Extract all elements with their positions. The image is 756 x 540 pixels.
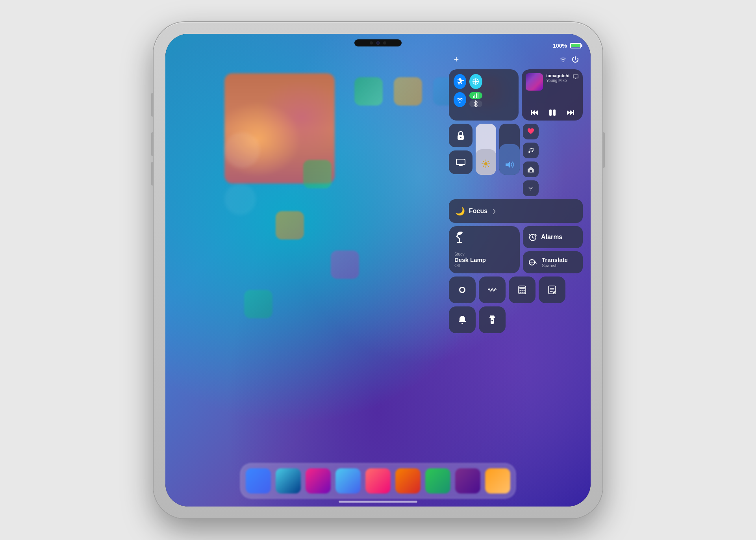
app-icon-8[interactable]	[276, 211, 304, 239]
airplane-mode-button[interactable]	[454, 74, 466, 89]
prev-track-button[interactable]	[531, 109, 539, 116]
focus-moon-icon: 🌙	[455, 206, 465, 216]
album-art	[526, 73, 543, 91]
svg-point-19	[484, 162, 487, 165]
svg-rect-12	[553, 109, 556, 116]
dock-icon-2[interactable]	[276, 468, 301, 494]
svg-rect-6	[476, 93, 477, 98]
dock-icon-8[interactable]	[455, 468, 480, 494]
desk-lamp-status: Off	[454, 263, 514, 268]
svg-point-45	[524, 290, 525, 291]
translate-button[interactable]: Translate Spanish	[523, 251, 583, 273]
airplay-button[interactable]	[573, 73, 579, 81]
dock-icon-7[interactable]	[425, 468, 450, 494]
translate-text: Translate Spanish	[542, 256, 568, 268]
song-artist: Young Miko	[546, 78, 569, 83]
dock-icon-6[interactable]	[395, 468, 421, 494]
app-icon-10[interactable]	[244, 290, 272, 318]
svg-marker-14	[570, 110, 573, 115]
health-button[interactable]	[523, 124, 539, 139]
translate-title: Translate	[542, 256, 568, 263]
app-icon-7[interactable]	[303, 160, 332, 188]
cellular-button[interactable]	[469, 92, 482, 99]
svg-rect-42	[519, 287, 525, 289]
focus-chevron: ❯	[492, 208, 496, 214]
airdrop-button[interactable]	[469, 74, 482, 89]
svg-point-44	[522, 290, 523, 291]
app-icon-9[interactable]	[331, 251, 359, 279]
app-icon-2[interactable]	[394, 77, 422, 106]
svg-point-47	[522, 292, 523, 293]
svg-rect-5	[474, 95, 475, 98]
cc-wifi-status	[559, 57, 567, 62]
dock-icon-1[interactable]	[246, 468, 271, 494]
app-icon-5[interactable]	[224, 132, 260, 168]
screen-lock-button[interactable]	[449, 124, 472, 147]
app-icon-1[interactable]	[354, 77, 383, 106]
svg-point-48	[524, 292, 525, 293]
next-track-button[interactable]	[566, 109, 574, 116]
home-app-button[interactable]	[523, 161, 539, 177]
notes-button[interactable]	[539, 276, 565, 303]
focus-button[interactable]: 🌙 Focus ❯	[449, 199, 583, 223]
play-pause-button[interactable]	[548, 109, 556, 117]
cc-connectivity-tile	[449, 69, 519, 121]
sensor-dot	[370, 41, 373, 45]
svg-point-2	[474, 80, 477, 83]
dock-icon-9[interactable]	[485, 468, 510, 494]
tablet-device: 100% +	[154, 22, 602, 518]
music-button[interactable]	[523, 143, 539, 158]
volume-fill	[499, 144, 520, 175]
calculator-button[interactable]	[509, 276, 536, 303]
cc-small-wifi-button[interactable]	[523, 180, 539, 196]
song-title: tamagotchi	[546, 73, 569, 78]
svg-rect-7	[478, 93, 478, 98]
voice-memos-button[interactable]	[479, 276, 506, 303]
wifi-button[interactable]	[454, 92, 466, 107]
svg-marker-8	[532, 110, 535, 115]
focus-label: Focus	[469, 208, 487, 215]
screen-mirror-button[interactable]	[449, 150, 472, 174]
dock-icon-5[interactable]	[365, 468, 391, 494]
cc-np-info: tamagotchi Young Miko	[546, 73, 569, 83]
volume-slider[interactable]	[499, 124, 520, 175]
dock-icon-3[interactable]	[306, 468, 331, 494]
alarms-button[interactable]: Alarms	[523, 226, 583, 248]
svg-rect-4	[473, 96, 474, 98]
svg-point-58	[491, 320, 493, 321]
flashlight-button[interactable]	[479, 306, 506, 333]
sensor-dot-2	[383, 41, 386, 45]
bell-button[interactable]	[449, 306, 476, 333]
alarm-icon	[528, 233, 537, 241]
svg-line-25	[488, 166, 489, 167]
cc-power-button[interactable]	[569, 54, 581, 65]
translate-subtitle: Spanish	[542, 263, 568, 268]
svg-marker-9	[535, 110, 538, 115]
desk-lamp-button[interactable]: Study Desk Lamp Off	[449, 226, 520, 273]
tablet-screen: 100% +	[165, 34, 591, 507]
desk-lamp-title: Desk Lamp	[454, 256, 514, 263]
svg-rect-18	[456, 159, 465, 165]
cc-focus-row: 🌙 Focus ❯	[449, 199, 583, 223]
svg-line-26	[483, 166, 484, 167]
dock-icon-4[interactable]	[335, 468, 361, 494]
cc-np-controls	[526, 109, 579, 117]
record-button[interactable]	[449, 276, 476, 303]
svg-rect-10	[531, 110, 532, 115]
svg-marker-28	[506, 161, 510, 168]
svg-point-40	[460, 288, 464, 292]
svg-rect-11	[549, 109, 552, 116]
cc-shortcuts-row: Study Desk Lamp Off A	[449, 226, 583, 273]
alarms-label: Alarms	[541, 234, 562, 241]
desk-lamp-category: Study	[454, 252, 514, 256]
cc-top-bar: +	[449, 54, 583, 65]
volume-icon	[505, 161, 514, 170]
brightness-icon	[482, 160, 490, 170]
bluetooth-button[interactable]	[469, 100, 482, 107]
svg-marker-13	[567, 110, 570, 115]
svg-point-29	[528, 151, 530, 153]
cc-add-button[interactable]: +	[450, 54, 462, 65]
brightness-slider[interactable]	[476, 124, 496, 175]
app-icon-6[interactable]	[224, 184, 256, 215]
battery-fill	[571, 44, 580, 47]
